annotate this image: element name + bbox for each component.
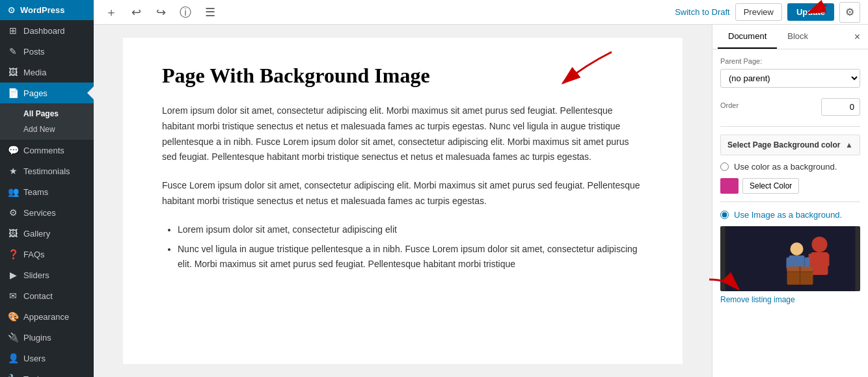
bg-image-svg	[720, 226, 860, 291]
toolbar-left: ＋ ↩ ↪ ⓘ ☰	[102, 3, 220, 22]
use-image-radio[interactable]	[720, 211, 729, 219]
sidebar-item-label: Comments	[23, 146, 64, 155]
posts-icon: ✎	[8, 46, 18, 57]
contact-icon: ✉	[8, 291, 18, 301]
toolbar-right: Switch to Draft Preview Update ⚙	[675, 2, 860, 23]
users-icon: 👤	[8, 353, 18, 363]
undo-button[interactable]: ↩	[126, 3, 146, 22]
sliders-icon: ▶	[8, 270, 18, 280]
list-item[interactable]: Nunc vel ligula in augue tristique pelle…	[178, 242, 644, 273]
tools-icon: 🔧	[8, 374, 18, 377]
tab-block[interactable]: Block	[777, 25, 819, 49]
sidebar-item-label: Pages	[23, 88, 47, 98]
bg-color-section: Select Page Background color ▲ Use color…	[720, 135, 860, 304]
svg-point-1	[812, 237, 828, 252]
order-row: Order	[720, 98, 860, 116]
select-color-button[interactable]: Select Color	[742, 178, 799, 194]
content-area: Page With Background Image Lorem ipsum d…	[94, 25, 868, 377]
sidebar-item-users[interactable]: 👤 Users	[0, 348, 94, 369]
redo-button[interactable]: ↪	[151, 3, 170, 22]
order-label: Order	[720, 101, 739, 109]
tab-document[interactable]: Document	[718, 25, 777, 49]
main-content: ＋ ↩ ↪ ⓘ ☰ Switch to Draft Preview Update…	[94, 0, 868, 377]
sidebar-item-label: Posts	[23, 47, 45, 57]
sidebar-item-contact[interactable]: ✉ Contact	[0, 285, 94, 306]
editor-paragraph-1[interactable]: Lorem ipsum dolor sit amet, consectetur …	[162, 103, 644, 165]
color-selector-row: Select Color	[720, 178, 860, 194]
bg-image-thumbnail[interactable]	[720, 226, 860, 291]
sidebar-item-testimonials[interactable]: ★ Testimonials	[0, 161, 94, 181]
svg-rect-4	[823, 254, 830, 266]
add-block-button[interactable]: ＋	[102, 3, 121, 22]
editor-list: Lorem ipsum dolor sit amet, consectetur …	[162, 222, 644, 272]
svg-point-5	[791, 242, 804, 255]
sidebar-item-media[interactable]: 🖼 Media	[0, 62, 94, 83]
redo-icon: ↪	[156, 5, 166, 20]
info-button[interactable]: ⓘ	[176, 3, 195, 22]
sidebar-item-teams[interactable]: 👥 Teams	[0, 181, 94, 202]
update-button[interactable]: Update	[787, 3, 834, 21]
info-icon: ⓘ	[180, 5, 191, 20]
editor[interactable]: Page With Background Image Lorem ipsum d…	[94, 25, 712, 377]
appearance-icon: 🎨	[8, 311, 18, 322]
order-input[interactable]	[821, 98, 860, 116]
sidebar-submenu-pages: All Pages Add New	[0, 103, 94, 140]
use-image-label: Use Image as a background.	[734, 210, 842, 220]
panel-close-button[interactable]: ×	[852, 29, 863, 46]
sidebar-sub-item-add-new[interactable]: Add New	[0, 122, 94, 137]
sidebar-item-dashboard[interactable]: ⊞ Dashboard	[0, 20, 94, 41]
parent-page-label: Parent Page:	[720, 57, 860, 65]
sidebar-item-label: Dashboard	[23, 26, 65, 36]
toolbar: ＋ ↩ ↪ ⓘ ☰ Switch to Draft Preview Update…	[94, 0, 868, 25]
sidebar-sub-item-all-pages[interactable]: All Pages	[0, 106, 94, 122]
sidebar-item-label: Gallery	[23, 229, 50, 239]
use-image-radio-row: Use Image as a background.	[720, 210, 860, 220]
settings-button[interactable]: ⚙	[839, 2, 860, 23]
teams-icon: 👥	[8, 187, 18, 197]
parent-page-select[interactable]: (no parent)	[720, 69, 860, 88]
sidebar-item-faqs[interactable]: ❓ FAQs	[0, 244, 94, 265]
sidebar-item-posts[interactable]: ✎ Posts	[0, 41, 94, 62]
sidebar-item-label: Sliders	[23, 270, 49, 280]
sidebar-item-sliders[interactable]: ▶ Sliders	[0, 265, 94, 285]
remove-listing-image-link[interactable]: Remove listing image	[720, 295, 860, 304]
gear-icon: ⚙	[845, 6, 854, 18]
sidebar-item-label: Plugins	[23, 333, 51, 343]
editor-paragraph-2[interactable]: Fusce Lorem ipsum dolor sit amet, consec…	[162, 178, 644, 209]
sidebar-item-label: Teams	[23, 187, 48, 197]
bg-section-header[interactable]: Select Page Background color ▲	[720, 135, 860, 155]
sidebar-item-appearance[interactable]: 🎨 Appearance	[0, 306, 94, 327]
parent-page-section: Parent Page: (no parent)	[720, 57, 860, 88]
sidebar-item-tools[interactable]: 🔧 Tools	[0, 369, 94, 377]
color-swatch	[720, 178, 739, 194]
divider-2	[720, 202, 860, 202]
sidebar-item-label: Appearance	[23, 312, 69, 322]
sidebar-item-services[interactable]: ⚙ Services	[0, 202, 94, 223]
sidebar-item-label: Tools	[23, 374, 43, 378]
list-view-button[interactable]: ☰	[200, 3, 220, 22]
gallery-icon: 🖼	[8, 228, 18, 239]
switch-to-draft-button[interactable]: Switch to Draft	[675, 7, 730, 17]
sidebar-item-pages[interactable]: 📄 Pages	[0, 83, 94, 103]
sidebar-item-gallery[interactable]: 🖼 Gallery	[0, 223, 94, 244]
editor-inner: Page With Background Image Lorem ipsum d…	[123, 38, 683, 364]
divider	[720, 126, 860, 127]
sidebar-item-plugins[interactable]: 🔌 Plugins	[0, 327, 94, 348]
sidebar-item-label: Media	[23, 68, 46, 77]
list-item[interactable]: Lorem ipsum dolor sit amet, consectetur …	[178, 222, 644, 238]
sidebar-item-comments[interactable]: 💬 Comments	[0, 140, 94, 161]
page-title[interactable]: Page With Background Image	[162, 64, 644, 88]
sidebar: ⊙ WordPress ⊞ Dashboard ✎ Posts 🖼 Media …	[0, 0, 94, 377]
preview-button[interactable]: Preview	[735, 3, 782, 21]
use-color-radio-row: Use color as a background.	[720, 162, 860, 172]
sidebar-item-label: Users	[23, 354, 46, 363]
sidebar-item-label: FAQs	[23, 250, 45, 259]
sidebar-arrow	[87, 86, 94, 99]
use-color-radio[interactable]	[720, 162, 729, 171]
panel-tabs: Document Block ×	[712, 25, 868, 49]
dashboard-icon: ⊞	[8, 25, 18, 36]
add-icon: ＋	[105, 5, 117, 20]
sidebar-logo[interactable]: ⊙ WordPress	[0, 0, 94, 20]
use-color-label: Use color as a background.	[734, 162, 837, 172]
services-icon: ⚙	[8, 207, 18, 218]
